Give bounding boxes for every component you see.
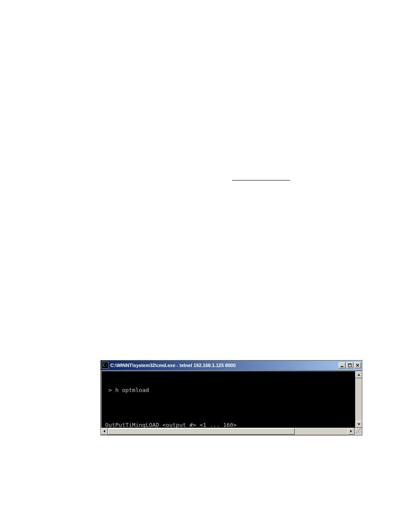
titlebar[interactable]: C: C:\WINNT\system32\cmd.exe - telnet 19… xyxy=(101,361,362,370)
maximize-button[interactable] xyxy=(346,362,353,368)
scroll-down-button[interactable] xyxy=(355,421,362,428)
svg-marker-5 xyxy=(358,374,360,376)
vertical-scrollbar[interactable] xyxy=(355,371,362,428)
close-button[interactable] xyxy=(354,362,361,368)
scroll-right-button[interactable] xyxy=(348,428,355,435)
svg-marker-6 xyxy=(358,423,360,425)
scroll-up-button[interactable] xyxy=(355,371,362,378)
svg-marker-7 xyxy=(103,430,105,432)
vertical-scroll-track[interactable] xyxy=(355,378,362,421)
size-grip[interactable] xyxy=(355,428,362,435)
window-title: C:\WINNT\system32\cmd.exe - telnet 192.1… xyxy=(110,363,338,368)
svg-marker-8 xyxy=(350,430,352,432)
underline-artifact xyxy=(232,180,290,180)
horizontal-scrollbar[interactable] xyxy=(101,428,355,435)
terminal-line: OutPutTiMingLOAD <output #> <1 ... 160> xyxy=(105,421,352,428)
minimize-button[interactable] xyxy=(339,362,346,368)
cmd-icon: C: xyxy=(102,362,109,369)
cmd-telnet-window: C: C:\WINNT\system32\cmd.exe - telnet 19… xyxy=(100,360,362,436)
client-area: > h optmload OutPutTiMingLOAD <output #>… xyxy=(101,370,362,435)
window-controls xyxy=(338,362,361,368)
terminal-line: > h optmload xyxy=(105,386,352,395)
horizontal-scroll-thumb[interactable] xyxy=(108,428,295,435)
svg-rect-0 xyxy=(341,366,343,367)
horizontal-scroll-track[interactable] xyxy=(108,428,348,435)
scroll-left-button[interactable] xyxy=(101,428,108,435)
svg-rect-2 xyxy=(348,364,352,364)
terminal-output[interactable]: > h optmload OutPutTiMingLOAD <output #>… xyxy=(102,371,355,428)
